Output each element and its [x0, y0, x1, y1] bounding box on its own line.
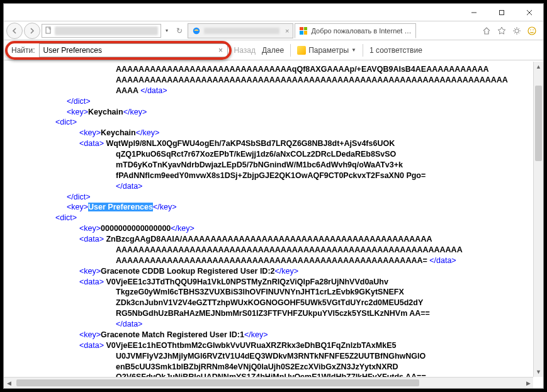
svg-point-7 — [528, 27, 536, 35]
xml-viewer: AAAAAAAAAAAAAAAAAAAAAAAAAAAAAAAqQf8AXGAA… — [4, 62, 533, 377]
window-minimize-button[interactable] — [460, 4, 488, 21]
svg-point-8 — [530, 29, 531, 30]
find-options-button[interactable]: Параметры ▼ — [297, 46, 356, 55]
smiley-icon[interactable] — [527, 26, 537, 36]
address-bar[interactable] — [42, 24, 161, 38]
find-clear-button[interactable]: × — [215, 46, 227, 55]
tab-1[interactable]: × — [188, 23, 293, 38]
favorites-icon[interactable] — [497, 26, 507, 36]
tab-1-close[interactable]: × — [285, 27, 289, 35]
find-bar: Найти: × Назад Далее Параметры ▼ 1 соотв… — [4, 40, 543, 60]
vertical-scrollbar[interactable]: ▲ ▼ — [533, 62, 543, 377]
find-options-label: Параметры — [308, 46, 349, 55]
scroll-right-button[interactable]: ▶ — [523, 378, 533, 388]
nav-forward-button[interactable] — [24, 23, 40, 39]
chevron-down-icon: ▼ — [351, 47, 356, 53]
svg-point-6 — [515, 29, 519, 33]
find-label: Найти: — [9, 46, 35, 55]
svg-rect-4 — [46, 27, 50, 33]
address-dropdown-button[interactable]: ▾ — [162, 24, 171, 38]
highlight-icon — [297, 46, 306, 55]
scroll-down-button[interactable]: ▼ — [534, 367, 543, 377]
horizontal-scroll-thumb[interactable] — [16, 379, 419, 386]
nav-back-button[interactable] — [6, 23, 23, 39]
nav-refresh-button[interactable]: ↻ — [172, 24, 186, 38]
scroll-up-button[interactable]: ▲ — [534, 62, 543, 72]
horizontal-scrollbar[interactable]: ◀ ▶ — [4, 377, 533, 388]
tab-2[interactable]: Добро пожаловать в Internet … — [295, 23, 415, 38]
address-url — [55, 26, 158, 35]
tools-icon[interactable] — [512, 26, 522, 36]
microsoft-icon — [299, 26, 308, 35]
address-bar-row: ▾ ↻ × Добро пожаловать в Internet … — [4, 21, 543, 40]
tab-2-title: Добро пожаловать в Internet … — [311, 27, 411, 35]
ie-icon — [192, 26, 201, 35]
find-input[interactable] — [40, 44, 215, 57]
scroll-left-button[interactable]: ◀ — [4, 378, 14, 388]
separator — [290, 44, 291, 57]
file-icon — [45, 26, 52, 35]
find-matches-text: 1 соответствие — [369, 46, 422, 55]
search-highlight: User Preferences — [88, 203, 153, 211]
svg-rect-1 — [500, 10, 504, 14]
home-icon[interactable] — [482, 26, 492, 36]
window-maximize-button[interactable] — [488, 4, 516, 21]
find-next-button[interactable]: Далее — [262, 46, 284, 55]
svg-point-9 — [533, 29, 534, 30]
window-title-bar — [4, 4, 543, 21]
vertical-scroll-thumb[interactable] — [535, 86, 542, 161]
find-prev-button[interactable]: Назад — [234, 46, 256, 55]
separator — [363, 44, 363, 57]
window-close-button[interactable] — [516, 4, 543, 21]
tab-1-title — [204, 28, 279, 34]
